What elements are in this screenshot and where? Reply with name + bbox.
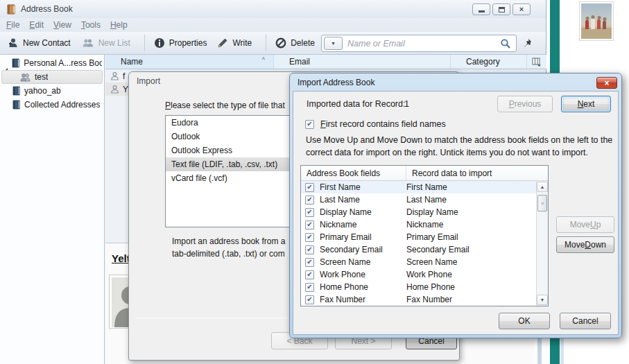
record-data-label: Display Name bbox=[406, 207, 458, 217]
column-header-email[interactable]: Email bbox=[274, 55, 451, 69]
file-type-label: Eudora bbox=[171, 118, 198, 128]
record-data-label: Nickname bbox=[406, 220, 443, 229]
field-checkbox[interactable] bbox=[305, 258, 314, 267]
new-contact-button[interactable]: New Contact bbox=[7, 37, 71, 49]
mapping-row[interactable]: Nickname Nickname bbox=[301, 218, 536, 231]
pin-icon bbox=[522, 37, 534, 49]
mapping-row[interactable]: Work Phone Work Phone bbox=[301, 268, 536, 281]
address-book-field-label: Last Name bbox=[320, 195, 406, 205]
address-book-field-label: First Name bbox=[320, 182, 406, 192]
expand-triangle-icon[interactable] bbox=[3, 58, 10, 68]
search-icon[interactable] bbox=[500, 38, 511, 49]
record-data-label: Screen Name bbox=[406, 257, 457, 267]
contact-details-heading: Yelt bbox=[112, 252, 130, 264]
field-checkbox[interactable] bbox=[305, 283, 314, 292]
field-checkbox[interactable] bbox=[305, 270, 314, 279]
menu-item[interactable]: Edit bbox=[24, 20, 49, 30]
field-checkbox[interactable] bbox=[305, 196, 314, 205]
previous-record-button[interactable]: Previous bbox=[497, 96, 553, 112]
address-book-field-label: Display Name bbox=[320, 207, 406, 217]
dialog-title: Import Address Book bbox=[298, 78, 374, 87]
sidebar-item[interactable]: test bbox=[1, 70, 103, 84]
sidebar-item[interactable]: Collected Addresses bbox=[1, 98, 103, 112]
move-up-button[interactable]: Move Up bbox=[556, 216, 614, 233]
search-options-dropdown[interactable]: ▾ bbox=[324, 37, 343, 50]
mapping-row[interactable]: Last Name Last Name bbox=[301, 193, 536, 206]
record-data-label: Last Name bbox=[406, 195, 447, 205]
window-edge-stripe bbox=[560, 338, 564, 364]
field-checkbox[interactable] bbox=[305, 208, 314, 217]
write-button[interactable]: Write bbox=[217, 37, 252, 49]
mapping-row[interactable]: Secondary Email Secondary Email bbox=[301, 243, 536, 256]
move-down-button[interactable]: Move Down bbox=[556, 236, 614, 253]
close-button[interactable]: × bbox=[512, 3, 531, 15]
menu-item[interactable]: View bbox=[49, 20, 76, 30]
sidebar-item-label: Collected Addresses bbox=[24, 100, 100, 110]
field-checkbox[interactable] bbox=[305, 295, 314, 304]
window-titlebar[interactable]: Address Book × bbox=[0, 0, 546, 18]
restore-button[interactable] bbox=[492, 3, 510, 15]
desktop-photo-thumbnail[interactable] bbox=[579, 1, 614, 41]
search-input[interactable] bbox=[346, 38, 500, 49]
column-header-category[interactable]: Category bbox=[451, 55, 527, 69]
address-book-field-label: Screen Name bbox=[320, 257, 406, 267]
properties-info-icon bbox=[154, 37, 165, 49]
sidebar-item-icon bbox=[10, 58, 20, 68]
scroll-up-arrow-icon[interactable]: ▲ bbox=[537, 182, 548, 192]
sidebar-item-icon bbox=[11, 100, 21, 110]
quick-filter-pin-button[interactable] bbox=[522, 37, 534, 49]
column-header-name[interactable]: Name ^ bbox=[105, 55, 274, 69]
address-book-field-label: Work Phone bbox=[320, 270, 406, 279]
record-label: Imported data for Record: bbox=[307, 99, 405, 109]
photo-person bbox=[603, 21, 606, 29]
sidebar-item[interactable]: yahoo_ab bbox=[1, 84, 103, 98]
new-contact-label: New Contact bbox=[23, 38, 71, 48]
menu-item[interactable]: Help bbox=[105, 20, 132, 30]
table-scrollbar[interactable]: ▲ ≡ ▼ bbox=[536, 181, 548, 306]
mapping-row[interactable]: Fax Number Fax Number bbox=[301, 293, 536, 306]
minimize-icon bbox=[479, 10, 485, 12]
delete-button[interactable]: Delete bbox=[275, 37, 315, 49]
properties-button[interactable]: Properties bbox=[154, 37, 207, 49]
new-list-label: New List bbox=[98, 38, 130, 48]
mapping-row[interactable]: First Name First Name bbox=[301, 181, 536, 193]
sidebar-item-icon bbox=[19, 73, 31, 82]
mapping-row[interactable]: Primary Email Primary Email bbox=[301, 231, 536, 243]
photo-person bbox=[585, 20, 589, 29]
file-type-label: Outlook bbox=[171, 132, 200, 141]
field-checkbox[interactable] bbox=[305, 233, 314, 242]
mapping-row[interactable]: Display Name Display Name bbox=[301, 206, 536, 218]
new-list-button[interactable]: New List bbox=[81, 37, 130, 49]
teal-stripe-segment bbox=[550, 338, 560, 364]
column-name-label: Name bbox=[121, 57, 143, 67]
column-picker-button[interactable] bbox=[527, 55, 546, 69]
record-number: 1 bbox=[404, 99, 409, 109]
contact-list-header: Name ^ Email Category bbox=[105, 55, 546, 69]
next-record-button[interactable]: Next bbox=[561, 96, 611, 112]
mapping-row[interactable]: Screen Name Screen Name bbox=[301, 256, 536, 268]
field-checkbox[interactable] bbox=[305, 245, 314, 254]
scroll-down-arrow-icon[interactable]: ▼ bbox=[537, 295, 548, 305]
dialog-close-button[interactable]: × bbox=[596, 77, 617, 89]
first-record-checkbox[interactable] bbox=[305, 120, 314, 129]
mapping-row[interactable]: Home Phone Home Phone bbox=[301, 281, 536, 293]
menu-item[interactable]: File bbox=[1, 20, 24, 30]
scrollbar-thumb[interactable]: ≡ bbox=[537, 195, 547, 211]
column-header-record-data[interactable]: Record data to import bbox=[406, 166, 548, 180]
field-checkbox[interactable] bbox=[305, 220, 314, 229]
column-header-fields[interactable]: Address Book fields bbox=[301, 166, 406, 180]
ok-button[interactable]: OK bbox=[499, 313, 550, 329]
cancel-button[interactable]: Cancel bbox=[560, 313, 611, 329]
desktop: { "colors": { "teal_stripe": "#17837a", … bbox=[0, 0, 629, 364]
record-data-label: Work Phone bbox=[406, 270, 452, 279]
search-box: ▾ bbox=[321, 35, 517, 52]
address-book-field-label: Home Phone bbox=[320, 282, 406, 292]
sidebar-item[interactable]: Personal A...ress Book bbox=[1, 56, 103, 70]
address-book-field-label: Fax Number bbox=[320, 295, 406, 304]
field-mapping-table: Address Book fields Record data to impor… bbox=[300, 165, 549, 306]
field-checkbox[interactable] bbox=[305, 183, 314, 192]
minimize-button[interactable] bbox=[472, 3, 490, 15]
menu-item[interactable]: Tools bbox=[76, 20, 105, 30]
window-edge-stripe bbox=[537, 338, 542, 364]
toolbar: New Contact New List Properties bbox=[0, 32, 546, 55]
